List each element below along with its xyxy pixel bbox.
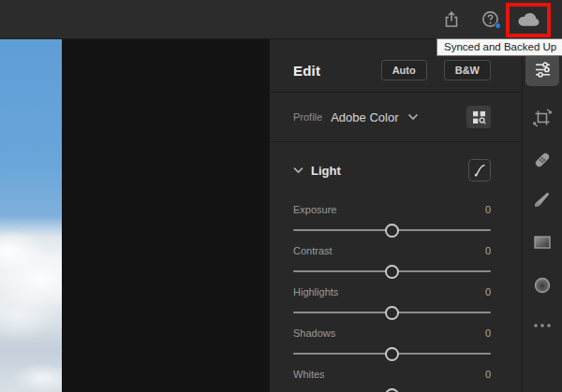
- slider-track[interactable]: [293, 264, 491, 279]
- edit-panel-header: Edit Auto B&W: [293, 60, 491, 80]
- lightroom-window: Synced and Backed Up Edit Auto B&W Profi…: [0, 0, 562, 392]
- slider-contrast: Contrast 0: [293, 244, 491, 279]
- slider-label: Exposure: [293, 204, 336, 215]
- cloud-sync-button[interactable]: [516, 11, 541, 29]
- slider-label: Whites: [293, 369, 325, 380]
- profile-browse-button[interactable]: [466, 106, 491, 128]
- slider-track[interactable]: [293, 305, 491, 320]
- light-section-title: Light: [311, 164, 341, 178]
- share-icon: [442, 10, 461, 29]
- slider-value: 0: [485, 327, 491, 339]
- bw-button[interactable]: B&W: [444, 60, 491, 80]
- tool-healing[interactable]: [532, 150, 553, 170]
- slider-shadows: Shadows 0: [293, 327, 491, 361]
- tool-linear-gradient[interactable]: [531, 231, 554, 254]
- topbar: [0, 0, 562, 39]
- slider-label: Highlights: [293, 286, 338, 298]
- slider-value: 0: [485, 286, 491, 298]
- slider-value: 0: [485, 245, 491, 256]
- slider-whites: Whites 0: [293, 368, 491, 392]
- panel-title: Edit: [293, 63, 320, 79]
- help-notification-dot: [495, 22, 501, 29]
- slider-exposure: Exposure 0: [293, 203, 491, 238]
- slider-track[interactable]: [293, 387, 491, 392]
- photo-thumbnail-sky[interactable]: [0, 39, 62, 392]
- help-button[interactable]: [481, 9, 500, 29]
- more-options-icon: [531, 321, 554, 330]
- slider-value: 0: [485, 369, 491, 380]
- slider-highlights: Highlights 0: [293, 285, 491, 320]
- slider-label: Contrast: [293, 245, 333, 256]
- slider-track[interactable]: [293, 223, 491, 238]
- chevron-down-icon: [293, 167, 303, 174]
- slider-label: Shadows: [293, 327, 335, 339]
- slider-track[interactable]: [293, 346, 491, 361]
- tool-edit[interactable]: [525, 53, 559, 86]
- auto-button[interactable]: Auto: [381, 60, 427, 80]
- profile-label: Profile: [293, 111, 322, 123]
- tone-curve-icon: [472, 163, 487, 178]
- canvas-background: [62, 39, 269, 392]
- light-section-header[interactable]: Light: [293, 159, 491, 181]
- main-content: Edit Auto B&W Profile Adobe Color: [0, 39, 562, 392]
- edit-panel: Edit Auto B&W Profile Adobe Color: [269, 39, 522, 392]
- slider-knob[interactable]: [385, 265, 399, 279]
- slider-knob[interactable]: [385, 224, 399, 238]
- tool-rail: [522, 39, 562, 392]
- tool-radial-gradient[interactable]: [531, 274, 554, 297]
- tool-crop[interactable]: [532, 108, 553, 128]
- light-sliders: Exposure 0 Contrast 0: [293, 203, 491, 392]
- healing-bandaid-icon: [532, 150, 553, 170]
- profile-row: Profile Adobe Color: [293, 93, 491, 141]
- tool-brush[interactable]: [532, 189, 553, 210]
- chevron-down-icon: [407, 113, 419, 121]
- more-options-button[interactable]: [531, 321, 554, 330]
- cloud-sync-highlight-box: [506, 3, 551, 37]
- profile-dropdown[interactable]: Adobe Color: [331, 110, 419, 124]
- cloud-sync-icon: [516, 11, 541, 29]
- profile-value: Adobe Color: [331, 110, 398, 124]
- crop-rotate-icon: [532, 108, 553, 128]
- slider-knob[interactable]: [385, 306, 399, 320]
- slider-knob[interactable]: [385, 388, 399, 392]
- slider-knob[interactable]: [385, 347, 399, 361]
- divider: [270, 141, 522, 142]
- radial-gradient-icon: [531, 274, 554, 297]
- slider-value: 0: [485, 204, 491, 215]
- share-button[interactable]: [442, 10, 461, 29]
- profile-browse-icon: [472, 110, 486, 124]
- brush-icon: [532, 189, 553, 210]
- linear-gradient-icon: [531, 231, 554, 254]
- sync-tooltip: Synced and Backed Up: [436, 38, 562, 56]
- edit-sliders-icon: [534, 61, 552, 79]
- tone-curve-button[interactable]: [468, 159, 491, 181]
